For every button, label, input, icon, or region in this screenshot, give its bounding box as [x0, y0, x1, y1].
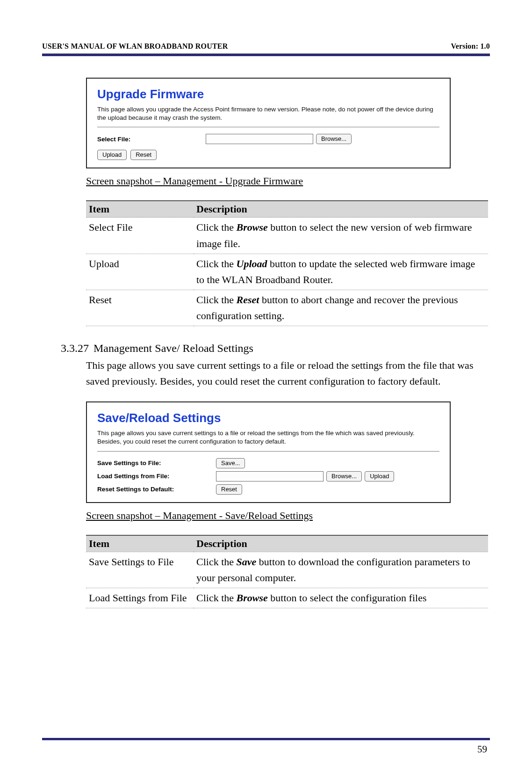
upload-button[interactable]: Upload: [365, 471, 394, 481]
cell-desc: Click the Browse button to select the ne…: [194, 218, 488, 254]
col-desc-header: Description: [194, 535, 488, 552]
page-header: USER'S MANUAL OF WLAN BROADBAND ROUTER V…: [42, 42, 490, 51]
table-row: Load Settings from File Click the Browse…: [86, 588, 488, 608]
content-body: Upgrade Firmware This page allows you up…: [86, 78, 488, 608]
reset-button[interactable]: Reset: [130, 150, 157, 160]
table-row: Select File Click the Browse button to s…: [86, 218, 488, 254]
load-settings-label: Load Settings from File:: [97, 473, 201, 480]
header-version: Version: 1.0: [451, 42, 490, 51]
cell-desc: Click the Upload button to update the se…: [194, 254, 488, 290]
page-number: 59: [477, 744, 487, 755]
cell-item: Load Settings from File: [86, 588, 194, 608]
upgrade-firmware-panel: Upgrade Firmware This page allows you up…: [86, 78, 451, 168]
section-number: 3.3.27: [61, 342, 88, 355]
col-item-header: Item: [86, 535, 194, 552]
cell-item: Upload: [86, 254, 194, 290]
section-heading: 3.3.27 Management Save/ Reload Settings: [86, 342, 488, 355]
reset-settings-row: Reset Settings to Default: Reset: [97, 484, 439, 495]
panel-divider: [97, 127, 439, 127]
cell-item: Save Settings to File: [86, 552, 194, 588]
select-file-input[interactable]: [206, 134, 313, 144]
browse-button[interactable]: Browse...: [326, 471, 362, 481]
panel-button-row: Upload Reset: [97, 150, 439, 160]
panel-description: This page allows you save current settin…: [97, 429, 439, 446]
cell-item: Reset: [86, 290, 194, 326]
reset-button[interactable]: Reset: [216, 484, 242, 495]
table-row: Reset Click the Reset button to abort ch…: [86, 290, 488, 326]
save-settings-label: Save Settings to File:: [97, 459, 201, 467]
page: USER'S MANUAL OF WLAN BROADBAND ROUTER V…: [0, 0, 532, 773]
caption-save-reload: Screen snapshot – Management - Save/Relo…: [86, 510, 488, 522]
cell-desc: Click the Browse button to select the co…: [194, 588, 488, 608]
reset-settings-label: Reset Settings to Default:: [97, 486, 201, 493]
section-title: Management Save/ Reload Settings: [93, 342, 253, 355]
col-item-header: Item: [86, 201, 194, 218]
table-header-row: Item Description: [86, 535, 488, 552]
upgrade-firmware-table: Item Description Select File Click the B…: [86, 200, 488, 326]
load-file-input[interactable]: [216, 471, 324, 481]
footer-rule: [42, 738, 490, 740]
select-file-label: Select File:: [97, 136, 191, 143]
save-reload-panel: Save/Reload Settings This page allows yo…: [86, 401, 451, 503]
upload-button[interactable]: Upload: [97, 150, 127, 160]
header-title: USER'S MANUAL OF WLAN BROADBAND ROUTER: [42, 42, 228, 51]
panel-description: This page allows you upgrade the Access …: [97, 105, 439, 122]
panel-title: Upgrade Firmware: [97, 87, 439, 102]
select-file-row: Select File: Browse...: [97, 134, 439, 144]
save-button[interactable]: Save...: [216, 458, 245, 468]
table-row: Upload Click the Upload button to update…: [86, 254, 488, 290]
browse-button[interactable]: Browse...: [316, 134, 352, 144]
col-desc-header: Description: [194, 201, 488, 218]
header-rule: [42, 53, 490, 56]
panel-divider: [97, 451, 439, 452]
load-settings-row: Load Settings from File: Browse... Uploa…: [97, 471, 439, 481]
cell-item: Select File: [86, 218, 194, 254]
table-row: Save Settings to File Click the Save but…: [86, 552, 488, 588]
cell-desc: Click the Reset button to abort change a…: [194, 290, 488, 326]
table-header-row: Item Description: [86, 201, 488, 218]
save-reload-table: Item Description Save Settings to File C…: [86, 535, 488, 608]
section-body: This page allows you save current settin…: [86, 357, 488, 389]
cell-desc: Click the Save button to download the co…: [194, 552, 488, 588]
caption-upgrade-firmware: Screen snapshot – Management - Upgrade F…: [86, 175, 488, 187]
save-settings-row: Save Settings to File: Save...: [97, 458, 439, 468]
panel-title: Save/Reload Settings: [97, 411, 439, 425]
